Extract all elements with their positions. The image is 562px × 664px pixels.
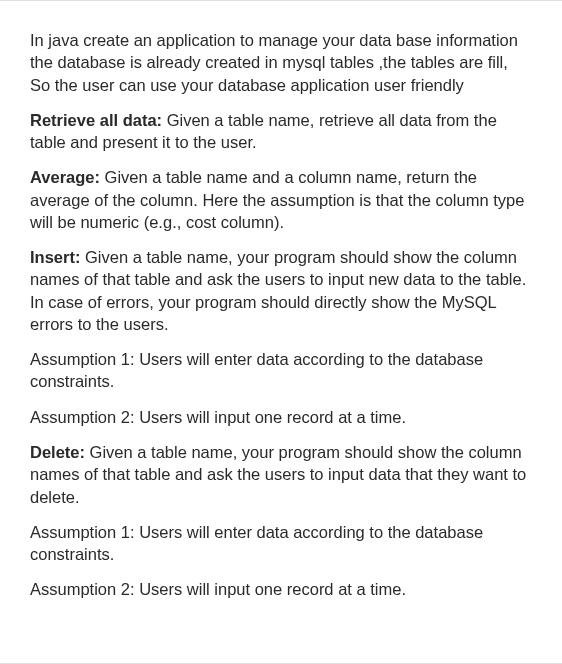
insert-text: Given a table name, your program should … [30, 248, 526, 333]
delete-lead: Delete: [30, 443, 90, 461]
delete-assumption-1: Assumption 1: Users will enter data acco… [30, 521, 532, 566]
insert-assumption-1: Assumption 1: Users will enter data acco… [30, 348, 532, 393]
delete-assumption-1-text: Assumption 1: Users will enter data acco… [30, 523, 483, 563]
insert-assumption-2: Assumption 2: Users will input one recor… [30, 406, 532, 428]
average-text: Given a table name and a column name, re… [30, 168, 524, 231]
retrieve-lead: Retrieve all data: [30, 111, 167, 129]
average-paragraph: Average: Given a table name and a column… [30, 166, 532, 233]
delete-assumption-2: Assumption 2: Users will input one recor… [30, 578, 532, 600]
document-content: In java create an application to manage … [30, 29, 532, 601]
intro-paragraph: In java create an application to manage … [30, 29, 532, 96]
average-lead: Average: [30, 168, 105, 186]
retrieve-paragraph: Retrieve all data: Given a table name, r… [30, 109, 532, 154]
delete-text: Given a table name, your program should … [30, 443, 526, 506]
insert-assumption-1-text: Assumption 1: Users will enter data acco… [30, 350, 483, 390]
delete-assumption-2-text: Assumption 2: Users will input one recor… [30, 580, 406, 598]
delete-paragraph: Delete: Given a table name, your program… [30, 441, 532, 508]
insert-lead: Insert: [30, 248, 85, 266]
intro-text: In java create an application to manage … [30, 31, 518, 94]
insert-paragraph: Insert: Given a table name, your program… [30, 246, 532, 335]
insert-assumption-2-text: Assumption 2: Users will input one recor… [30, 408, 406, 426]
